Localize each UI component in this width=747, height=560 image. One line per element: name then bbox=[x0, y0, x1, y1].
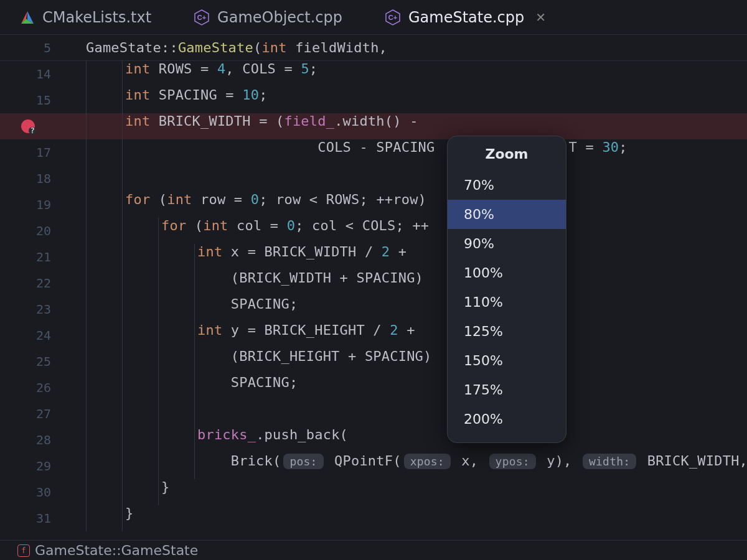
indent-guide bbox=[158, 244, 194, 270]
line-number[interactable]: 29 bbox=[0, 459, 68, 474]
line-number[interactable]: 25 bbox=[0, 354, 68, 369]
indent-guide bbox=[158, 453, 194, 479]
zoom-popup: Zoom 70%80%90%100%110%125%150%175%200% bbox=[447, 136, 566, 443]
code-content: } bbox=[159, 479, 169, 505]
indent-guide bbox=[158, 270, 194, 296]
zoom-option[interactable]: 80% bbox=[448, 200, 566, 229]
svg-text:C+: C+ bbox=[197, 14, 206, 21]
sticky-scroll-line[interactable]: 5 GameState::GameState(int fieldWidth, bbox=[0, 35, 747, 61]
editor-tabs: CMakeLists.txt C+ GameObject.cpp C+ Game… bbox=[0, 0, 747, 35]
indent-guide bbox=[122, 401, 158, 427]
code-content: SPACING; bbox=[195, 296, 298, 322]
line-number[interactable]: 22 bbox=[0, 276, 68, 291]
indent-guide bbox=[86, 505, 122, 531]
zoom-option[interactable]: 90% bbox=[448, 229, 566, 258]
indent-guide bbox=[122, 296, 158, 322]
tab-cmakelists[interactable]: CMakeLists.txt bbox=[17, 0, 154, 34]
zoom-option[interactable]: 200% bbox=[448, 404, 566, 434]
code-content: SPACING; bbox=[195, 375, 298, 401]
code-line[interactable]: 18 bbox=[0, 166, 747, 192]
line-number[interactable]: 21 bbox=[0, 250, 68, 264]
zoom-option[interactable]: 175% bbox=[448, 375, 566, 404]
code-content: } bbox=[123, 505, 133, 531]
code-line[interactable]: int BRICK_WIDTH = (field_.width() - bbox=[0, 113, 747, 139]
indent-guide bbox=[86, 61, 122, 87]
indent-guide bbox=[122, 427, 158, 453]
indent-guide bbox=[122, 244, 158, 270]
indent-guide bbox=[122, 348, 158, 375]
indent-guide bbox=[86, 375, 122, 401]
indent-guide bbox=[86, 453, 122, 479]
indent-guide bbox=[122, 218, 158, 244]
code-line[interactable]: 26 SPACING; bbox=[0, 375, 747, 401]
indent-guide bbox=[122, 270, 158, 296]
code-content: for (int row = 0; row < ROWS; ++row) bbox=[123, 192, 426, 218]
indent-guide bbox=[86, 348, 122, 375]
code-line[interactable]: 25 (BRICK_HEIGHT + SPACING) bbox=[0, 348, 747, 375]
line-number[interactable]: 14 bbox=[0, 67, 68, 82]
code-line[interactable]: 24int y = BRICK_HEIGHT / 2 + bbox=[0, 322, 747, 348]
code-content: (BRICK_WIDTH + SPACING) bbox=[195, 270, 423, 296]
code-line[interactable]: 14int ROWS = 4, COLS = 5; bbox=[0, 61, 747, 87]
code-content: int ROWS = 4, COLS = 5; bbox=[123, 61, 317, 87]
code-line[interactable]: 21int x = BRICK_WIDTH / 2 + bbox=[0, 244, 747, 270]
indent-guide bbox=[86, 322, 122, 348]
indent-guide bbox=[86, 479, 122, 505]
code-line[interactable]: 23 SPACING; bbox=[0, 296, 747, 322]
code-line[interactable]: 27 bbox=[0, 401, 747, 427]
code-line[interactable]: 28bricks_.push_back( bbox=[0, 427, 747, 453]
line-number[interactable]: 27 bbox=[0, 406, 68, 421]
code-content: bricks_.push_back( bbox=[195, 427, 348, 453]
indent-guide bbox=[86, 270, 122, 296]
zoom-option[interactable]: 150% bbox=[448, 346, 566, 375]
code-line[interactable]: 20for (int col = 0; col < COLS; ++ bbox=[0, 218, 747, 244]
cpp-icon: C+ bbox=[194, 9, 210, 26]
tab-label: GameObject.cpp bbox=[217, 9, 342, 26]
code-line[interactable]: 22 (BRICK_WIDTH + SPACING) bbox=[0, 270, 747, 296]
close-icon[interactable]: ✕ bbox=[535, 10, 546, 25]
code-content: Brick(pos: QPointF(xpos: x, ypos: y), wi… bbox=[195, 453, 747, 479]
indent-guide bbox=[158, 348, 194, 375]
indent-guide bbox=[86, 139, 122, 166]
function-icon: f bbox=[17, 544, 30, 557]
code-content: int BRICK_WIDTH = (field_.width() - bbox=[123, 113, 426, 139]
line-number[interactable]: 26 bbox=[0, 380, 68, 395]
indent-guide bbox=[158, 401, 194, 427]
code-line[interactable]: 19for (int row = 0; row < ROWS; ++row) bbox=[0, 192, 747, 218]
code-line[interactable]: 29 Brick(pos: QPointF(xpos: x, ypos: y),… bbox=[0, 453, 747, 479]
line-number[interactable]: 30 bbox=[0, 485, 68, 500]
code-content: (BRICK_HEIGHT + SPACING) bbox=[195, 348, 431, 375]
inlay-hint: width: bbox=[583, 454, 636, 469]
indent-guide bbox=[86, 192, 122, 218]
zoom-option[interactable]: 100% bbox=[448, 258, 566, 287]
line-number[interactable]: 31 bbox=[0, 511, 68, 526]
indent-guide bbox=[86, 296, 122, 322]
breadcrumb-text: GameState::GameState bbox=[35, 543, 198, 558]
code-content bbox=[123, 166, 125, 192]
code-content: int y = BRICK_HEIGHT / 2 + bbox=[195, 322, 415, 348]
zoom-option[interactable]: 125% bbox=[448, 317, 566, 346]
breadcrumb[interactable]: f GameState::GameState bbox=[0, 540, 747, 560]
line-number[interactable]: 24 bbox=[0, 328, 68, 343]
zoom-option[interactable]: 70% bbox=[448, 170, 566, 200]
line-number[interactable]: 18 bbox=[0, 171, 68, 186]
code-line[interactable]: 30} bbox=[0, 479, 747, 505]
tab-gamestate[interactable]: C+ GameState.cpp ✕ bbox=[382, 0, 548, 34]
line-number[interactable]: 17 bbox=[0, 145, 68, 160]
line-number[interactable]: 15 bbox=[0, 93, 68, 108]
indent-guide bbox=[86, 166, 122, 192]
line-number[interactable]: 28 bbox=[0, 432, 68, 447]
indent-guide bbox=[122, 375, 158, 401]
code-editor[interactable]: 5 GameState::GameState(int fieldWidth, 1… bbox=[0, 35, 747, 545]
line-number[interactable]: 20 bbox=[0, 223, 68, 238]
code-line[interactable]: 15int SPACING = 10; bbox=[0, 87, 747, 113]
code-line[interactable]: 17 COLS - SPACING T = 30; bbox=[0, 139, 747, 166]
line-number[interactable]: 23 bbox=[0, 302, 68, 317]
tab-gameobject[interactable]: C+ GameObject.cpp bbox=[191, 0, 345, 34]
zoom-option[interactable]: 110% bbox=[448, 287, 566, 317]
indent-guide bbox=[86, 427, 122, 453]
breakpoint-icon[interactable] bbox=[21, 119, 35, 133]
line-number[interactable]: 19 bbox=[0, 197, 68, 212]
code-line[interactable]: 31} bbox=[0, 505, 747, 531]
code-content bbox=[195, 401, 197, 427]
